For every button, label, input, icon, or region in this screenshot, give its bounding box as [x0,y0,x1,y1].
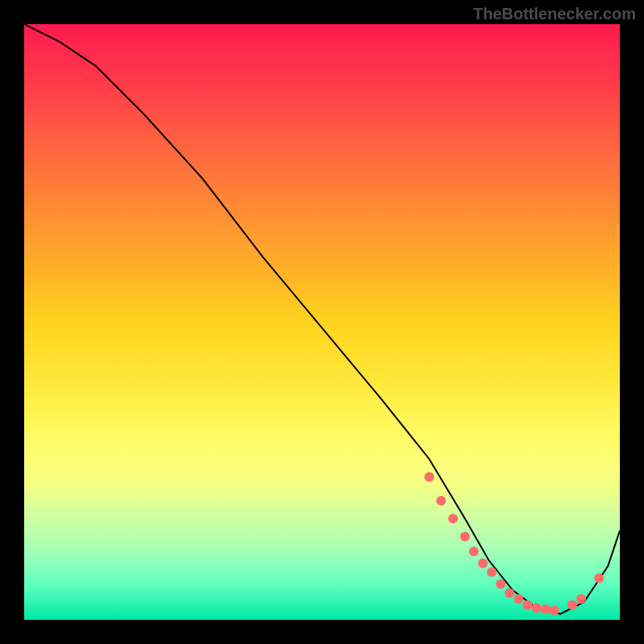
marker-dot [541,605,551,614]
marker-dot [424,472,434,481]
marker-dot [531,603,541,613]
marker-dot [496,580,506,589]
chart-frame: TheBottlenecker.com [0,0,644,644]
marker-dot [469,547,479,556]
marker-dot [505,588,514,598]
attribution-label: TheBottlenecker.com [473,5,636,23]
marker-dot [460,531,470,541]
marker-dot [550,605,559,615]
bottleneck-curve [24,24,620,614]
marker-dot [436,496,446,506]
marker-dot [576,594,586,604]
marker-dot [478,559,488,568]
curve-layer [24,24,620,620]
marker-dot [487,568,497,577]
marker-dot [514,594,523,604]
marker-dot [448,514,458,523]
marker-dot [522,601,532,610]
marker-dot [594,573,604,583]
plot-area [24,24,620,620]
marker-dot [568,601,577,610]
curve-markers [424,472,604,615]
